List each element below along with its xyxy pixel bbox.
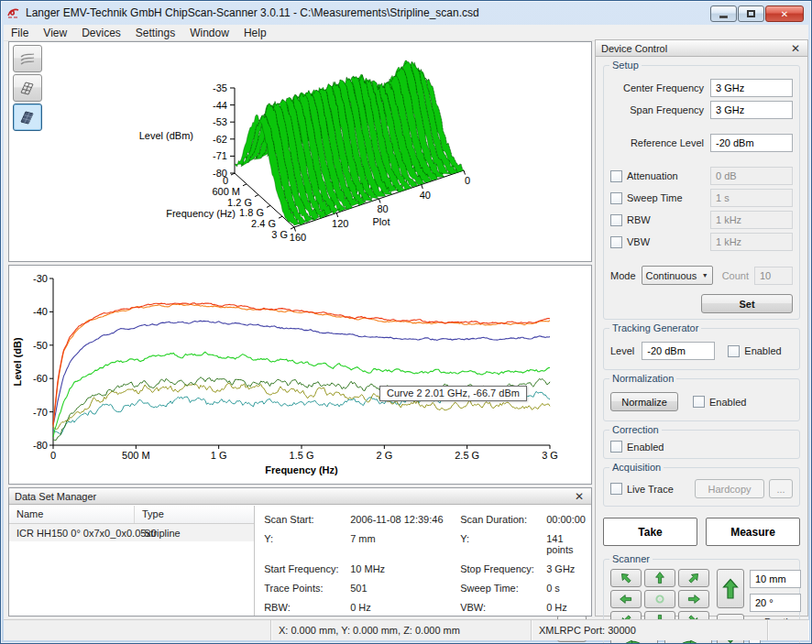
surface-mesh <box>235 60 464 225</box>
tg-level-input[interactable] <box>642 342 715 360</box>
svg-text:-80: -80 <box>33 440 48 451</box>
svg-text:0: 0 <box>223 175 228 186</box>
scan-info-value: 2006-11-08 12:39:46 <box>350 514 460 525</box>
scan-info-value: 0 s <box>546 583 586 594</box>
rbw-checkbox[interactable] <box>610 214 622 226</box>
column-header-type[interactable]: Type <box>135 506 171 523</box>
measure-button[interactable]: Measure <box>706 518 800 546</box>
svg-text:-30: -30 <box>33 273 48 284</box>
move-up-button[interactable] <box>644 569 675 587</box>
set-button[interactable]: Set <box>701 294 793 313</box>
move-up-right-button[interactable] <box>678 569 709 587</box>
data-set-type: Stripline <box>135 528 188 539</box>
normalization-enabled-checkbox[interactable] <box>693 396 705 408</box>
surface-z-axis-label: Level (dBm) <box>139 130 193 141</box>
menu-item-window[interactable]: Window <box>182 25 236 41</box>
spectrum-plot-canvas[interactable]: -30-40-50-60-70-800500 M1 G1.5 G2 G2.5 G… <box>9 266 591 484</box>
surface-mesh-icon <box>18 79 37 97</box>
mode-value: Continuous <box>646 270 697 281</box>
correction-legend: Correction <box>609 424 662 435</box>
scan-info-value: 141 points <box>546 533 586 555</box>
curve-tooltip: Curve 2 2.01 GHz, -66.7 dBm <box>379 386 527 401</box>
sweep-time-checkbox[interactable] <box>610 192 622 204</box>
scan-info-label: Y: <box>264 533 350 555</box>
center-frequency-input[interactable] <box>710 79 793 97</box>
surface-wireframe-button[interactable] <box>13 45 42 72</box>
status-coordinates: X: 0.000 mm, Y: 0.000 mm, Z: 0.000 mm <box>279 625 460 636</box>
surface-solid-icon <box>18 108 37 126</box>
attenuation-checkbox[interactable] <box>610 170 622 182</box>
hardcopy-options-button: ... <box>769 479 793 498</box>
maximize-icon <box>747 10 755 17</box>
correction-enabled-checkbox[interactable] <box>610 441 622 453</box>
normalize-button[interactable]: Normalize <box>610 392 678 411</box>
surface-mesh-button[interactable] <box>13 74 42 102</box>
spectrum-plot-panel: -30-40-50-60-70-800500 M1 G1.5 G2 G2.5 G… <box>8 265 592 485</box>
span-frequency-input[interactable] <box>710 101 793 119</box>
device-control-close-icon[interactable]: ✕ <box>789 44 802 53</box>
menu-item-devices[interactable]: Devices <box>74 25 128 41</box>
attenuation-label: Attenuation <box>622 170 710 181</box>
data-set-row[interactable]: ICR HH150 0° 0x7x0_0x0.05x0Stripline <box>9 524 254 541</box>
live-trace-checkbox[interactable] <box>610 483 622 495</box>
scanner-angle-input[interactable] <box>750 594 801 612</box>
center-frequency-label: Center Frequency <box>610 82 710 93</box>
series-curve-3 <box>53 321 550 425</box>
mode-select[interactable]: Continuous ▼ <box>642 266 713 285</box>
combo-arrow-icon: ▼ <box>702 272 708 278</box>
scan-info-label: Stop Frequency: <box>460 563 546 574</box>
probe-up-button[interactable] <box>717 569 744 608</box>
minimize-icon <box>719 16 728 18</box>
scan-info-value: 0 Hz <box>546 602 586 613</box>
vbw-input <box>710 233 793 251</box>
svg-text:80: 80 <box>377 203 388 214</box>
svg-text:3 G: 3 G <box>542 450 558 461</box>
span-frequency-label: Span Frequency <box>610 104 710 115</box>
data-set-list: Name Type ICR HH150 0° 0x7x0_0x0.05x0Str… <box>9 506 255 616</box>
svg-text:-50: -50 <box>33 340 48 351</box>
close-icon: ✕ <box>781 9 788 19</box>
app-logo-icon <box>6 6 21 19</box>
status-xmlrpc-port: XMLRPC Port: 30000 <box>539 625 636 636</box>
count-input <box>754 267 793 285</box>
svg-text:-40: -40 <box>33 306 48 317</box>
correction-group: Correction Enabled <box>603 430 800 459</box>
vbw-checkbox[interactable] <box>610 236 622 248</box>
minimize-button[interactable] <box>710 5 737 22</box>
status-bar: X: 0.000 mm, Y: 0.000 mm, Z: 0.000 mm XM… <box>4 619 808 640</box>
column-header-name[interactable]: Name <box>9 506 135 523</box>
menu-item-file[interactable]: File <box>4 25 36 41</box>
reference-level-input[interactable] <box>710 134 793 152</box>
sweep-time-input <box>710 189 793 207</box>
title-bar: Langer EMV-Technik GmbH ChipScan-Scanner… <box>1 1 811 25</box>
move-left-button[interactable] <box>610 590 642 608</box>
move-home-button[interactable] <box>644 590 675 608</box>
data-set-manager-panel: Data Set Manager ✕ Name Type ICR HH150 0… <box>8 487 592 617</box>
live-trace-label: Live Trace <box>622 484 695 495</box>
acquisition-group: Acquisition Live Trace Hardcopy ... <box>603 467 800 507</box>
reference-level-label: Reference Level <box>610 137 710 148</box>
surface-solid-button[interactable] <box>13 104 42 131</box>
menu-item-view[interactable]: View <box>36 25 74 41</box>
surface-x-axis-label: Frequency (Hz) <box>166 208 236 219</box>
move-up-left-button[interactable] <box>610 569 642 587</box>
series-curve-1 <box>53 303 550 425</box>
menu-item-help[interactable]: Help <box>236 25 274 41</box>
svg-text:500 M: 500 M <box>122 450 150 461</box>
data-set-manager-close-icon[interactable]: ✕ <box>573 492 586 501</box>
tg-enabled-checkbox[interactable] <box>728 345 740 357</box>
scan-info-label: Y: <box>460 533 546 555</box>
close-button[interactable]: ✕ <box>765 5 804 22</box>
svg-text:1.2 G: 1.2 G <box>227 197 252 208</box>
spectrum-y-axis-label: Level (dB) <box>12 337 23 387</box>
maximize-button[interactable] <box>738 5 764 22</box>
setup-group: Setup Center Frequency Span Frequency Re… <box>603 65 800 320</box>
surface-plot-canvas[interactable]: -35-44-53-62-71-80Level (dBm)0600 M1.2 G… <box>9 42 591 261</box>
move-right-button[interactable] <box>678 590 709 608</box>
normalization-group: Normalization Normalize Enabled <box>603 378 800 421</box>
take-button[interactable]: Take <box>603 518 697 546</box>
menu-item-settings[interactable]: Settings <box>128 25 182 41</box>
scan-info-value: 00:00:00 <box>546 514 586 525</box>
scanner-step-input[interactable] <box>750 570 801 588</box>
svg-text:120: 120 <box>332 218 348 229</box>
